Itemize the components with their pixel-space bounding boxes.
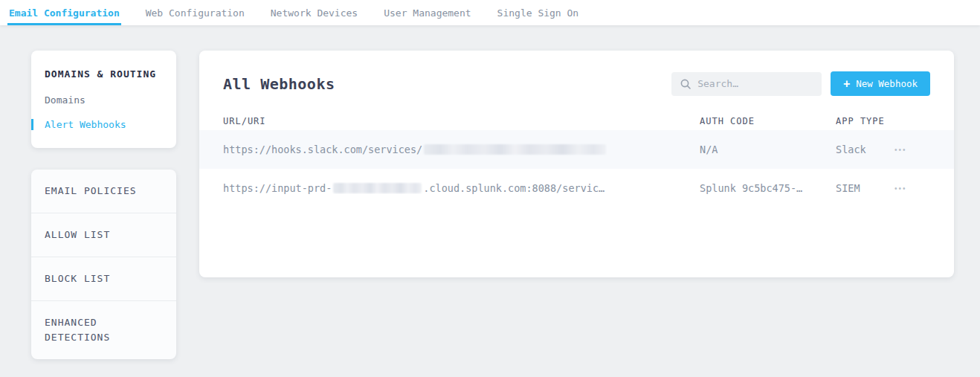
auth-code-value: N/A	[700, 144, 836, 155]
webhooks-panel: All Webhooks + New Webhook URL/URI AUTH …	[199, 51, 954, 277]
redacted-url-segment	[424, 144, 606, 155]
sidebar-item-block-list[interactable]: BLOCK LIST	[31, 257, 176, 301]
policy-sections-card: EMAIL POLICIES ALLOW LIST BLOCK LIST ENH…	[31, 170, 176, 359]
search-input[interactable]	[697, 78, 813, 89]
new-webhook-button[interactable]: + New Webhook	[831, 71, 930, 96]
sidebar-item-domains[interactable]: Domains	[31, 94, 176, 106]
page-title: All Webhooks	[223, 75, 335, 93]
tab-user-management[interactable]: User Management	[382, 0, 472, 25]
table-row[interactable]: https://input-prd-.cloud.splunk.com:8088…	[199, 169, 954, 207]
row-actions-menu-button[interactable]: •••	[893, 144, 909, 157]
new-webhook-label: New Webhook	[856, 78, 918, 89]
column-header-auth-code: AUTH CODE	[700, 116, 836, 126]
row-actions-menu-button[interactable]: •••	[893, 182, 909, 196]
sidebar-item-allow-list[interactable]: ALLOW LIST	[31, 213, 176, 257]
page-content: DOMAINS & ROUTING Domains Alert Webhooks…	[0, 25, 980, 359]
header-actions: + New Webhook	[671, 71, 930, 96]
tab-web-configuration[interactable]: Web Configuration	[144, 0, 246, 25]
url-text: https://hooks.slack.com/services/	[223, 144, 422, 155]
table-row[interactable]: https://hooks.slack.com/services/ N/A Sl…	[199, 130, 954, 169]
sidebar: DOMAINS & ROUTING Domains Alert Webhooks…	[31, 51, 176, 359]
tab-network-devices[interactable]: Network Devices	[269, 0, 359, 25]
tab-single-sign-on[interactable]: Single Sign On	[496, 0, 581, 25]
top-navigation: Email Configuration Web Configuration Ne…	[0, 0, 980, 25]
domains-routing-title: DOMAINS & ROUTING	[31, 68, 176, 80]
table-header: URL/URI AUTH CODE APP TYPE	[199, 112, 954, 130]
domains-routing-card: DOMAINS & ROUTING Domains Alert Webhooks	[31, 51, 176, 148]
webhook-url: https://hooks.slack.com/services/	[223, 144, 700, 155]
sidebar-item-email-policies[interactable]: EMAIL POLICIES	[31, 170, 176, 213]
url-text: https://input-prd-	[223, 182, 332, 194]
webhook-url: https://input-prd-.cloud.splunk.com:8088…	[223, 182, 700, 194]
column-header-app-type: APP TYPE	[836, 116, 893, 126]
tab-email-configuration[interactable]: Email Configuration	[7, 0, 121, 25]
sidebar-item-alert-webhooks[interactable]: Alert Webhooks	[31, 119, 176, 130]
sidebar-item-enhanced-detections[interactable]: ENHANCED DETECTIONS	[31, 301, 176, 359]
search-box[interactable]	[671, 72, 822, 96]
url-text-suffix: .cloud.splunk.com:8088/servic…	[423, 182, 605, 194]
app-type-value: Slack	[836, 144, 893, 155]
plus-icon: +	[843, 77, 850, 91]
app-type-value: SIEM	[836, 182, 893, 194]
redacted-url-segment	[333, 183, 422, 193]
webhooks-header: All Webhooks + New Webhook	[199, 51, 954, 115]
column-header-url: URL/URI	[223, 116, 700, 126]
auth-code-value: Splunk 9c5bc475-…	[700, 182, 836, 194]
search-icon	[680, 79, 691, 89]
